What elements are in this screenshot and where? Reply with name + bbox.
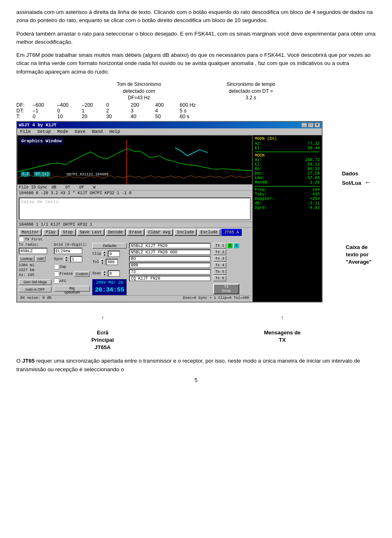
c-btn[interactable]: C	[234, 243, 239, 249]
page-number: 5	[16, 377, 376, 383]
zap-checkbox[interactable]	[54, 264, 59, 269]
main-btn-row: Monitor Play Stop Save Last Decode Erase…	[19, 229, 251, 242]
sync-input[interactable]	[70, 256, 82, 262]
exclude-btn[interactable]: Exclude	[198, 229, 220, 236]
clip-input[interactable]	[108, 251, 120, 257]
minimize-btn[interactable]: _	[301, 123, 307, 128]
monitor-btn[interactable]: Monitor	[19, 229, 42, 236]
dt-v2: 1	[82, 108, 106, 114]
dsec-input[interactable]	[108, 270, 120, 277]
msg-input-2[interactable]	[129, 249, 211, 255]
zap-label: Zap	[54, 264, 66, 269]
input-fields-row: To radio: Lookup Add 1384 mi 2227 km Az:…	[19, 243, 251, 295]
maximize-btn[interactable]: □	[308, 123, 314, 128]
decode-header: File ID Sync dB DT DF W	[17, 184, 252, 191]
gen-std-msgs-btn[interactable]: Gen Std Msgs	[19, 279, 51, 285]
menu-band[interactable]: Band	[91, 129, 104, 134]
moon-dx-label: MOON (DX)	[255, 137, 320, 141]
msg-input-4[interactable]	[129, 262, 211, 268]
t-v2: 20	[82, 114, 106, 119]
menu-save[interactable]: Save	[74, 129, 87, 134]
df-v6: 600 Hz	[180, 102, 208, 108]
lookup-btn[interactable]: Lookup	[19, 256, 34, 262]
dados-sol-lua: Dados Sol/Lua ←	[342, 170, 372, 188]
to-radio-input[interactable]	[19, 248, 47, 254]
t-v6: 60 s	[180, 114, 208, 119]
date-display: 2004 Mar 28	[95, 280, 124, 286]
dt-v0: –1	[33, 108, 57, 114]
custom-btn[interactable]: Custom	[74, 271, 90, 277]
dist-km: 2227 km	[19, 268, 51, 272]
clip-label: Clip	[92, 252, 101, 256]
t-v0: 0	[33, 114, 57, 119]
defaults-btn[interactable]: Defaults	[92, 243, 127, 249]
ecra-principal-label: ↑ Ecrã Principal JT65A	[91, 307, 114, 351]
status-noise: RX noise: 0 dB	[20, 296, 51, 300]
clip-down[interactable]: ▼	[102, 254, 107, 257]
decode-btn[interactable]: Decode	[105, 229, 126, 236]
dt-v6: 5 s	[180, 108, 208, 114]
df-v1: –400	[57, 102, 82, 108]
tol-input[interactable]	[106, 259, 118, 265]
include-btn[interactable]: Include	[174, 229, 197, 236]
dt-label: DT:	[16, 108, 33, 114]
tx3-btn[interactable]: Tx 3	[213, 256, 226, 262]
jt65-btn[interactable]: JT65 A	[221, 229, 242, 236]
big-spectrum-btn[interactable]: BigSpectrum	[54, 286, 90, 291]
clear-avg-btn[interactable]: Clear Avg	[145, 229, 173, 236]
play-btn[interactable]: Play	[42, 229, 59, 236]
text-box-label: Caixa de texto	[21, 200, 58, 204]
tx1-btn[interactable]: Tx 1	[213, 243, 226, 249]
mensagens-tx-label: ↑ Mensagens de TX	[264, 307, 301, 351]
tx-btn-group: Tx 1 S C Tx 2 Tx 3	[213, 243, 239, 294]
decode-col-db: dB	[51, 185, 64, 190]
tx2-btn[interactable]: Tx 2	[213, 249, 226, 255]
menu-setup[interactable]: Setup	[36, 129, 52, 134]
sync-down[interactable]: ▼	[64, 259, 69, 262]
paragraph-2: Poderá também arrastar o rato para selec…	[16, 30, 376, 47]
auto-label[interactable]: Auto is OFF	[19, 287, 51, 292]
df-v2: –200	[82, 102, 106, 108]
dsec-down[interactable]: ▼	[102, 273, 107, 276]
tx4-btn[interactable]: Tx 4	[213, 262, 226, 268]
tx-first-checkbox[interactable]	[19, 237, 24, 242]
bottom-text: O JT65 requer uma sincronização apertada…	[16, 357, 376, 374]
menu-file[interactable]: File	[19, 129, 32, 134]
grid-label: Grid (6-digit):	[54, 243, 90, 247]
afc-checkbox[interactable]	[54, 278, 59, 284]
decode-col-fileid: File ID	[19, 185, 36, 190]
msg-input-3[interactable]	[129, 256, 211, 262]
erase-btn[interactable]: Erase	[127, 229, 145, 236]
save-last-btn[interactable]: Save Last	[77, 229, 105, 236]
graphics-window[interactable]: Graphics Window	[17, 135, 252, 184]
text-box[interactable]: Caixa de texto	[19, 197, 251, 220]
menu-help[interactable]: Help	[108, 129, 121, 134]
msg-input-5[interactable]	[129, 269, 211, 275]
freeze-checkbox[interactable]	[54, 271, 59, 277]
dt-badge: 3.2	[21, 172, 30, 177]
wsjt-controls: Monitor Play Stop Save Last Decode Erase…	[17, 227, 252, 302]
menu-mode[interactable]: Mode	[56, 129, 69, 134]
dt-label-badge: DT (s)	[34, 172, 50, 177]
stop-btn[interactable]: Stop	[60, 229, 76, 236]
s-btn[interactable]: S	[227, 243, 233, 249]
t-v5: 50	[155, 114, 180, 119]
paragraph-3: Em JT6M pode trabalhar sinais muitos mai…	[16, 51, 376, 76]
tx5-btn[interactable]: Tx 5	[213, 269, 226, 275]
datetime-box: 2004 Mar 28 20:34:55	[92, 279, 127, 295]
msg-input-6[interactable]	[129, 276, 211, 281]
grid-input[interactable]	[54, 248, 82, 254]
moon-data-panel: MOON (DX) Az:77.32 El:38.44 MOON Az:100.…	[252, 135, 322, 302]
add-btn[interactable]: Add	[36, 256, 45, 262]
msg-input-1[interactable]	[129, 243, 211, 249]
dist-mi: 1384 mi	[19, 263, 51, 267]
t-v1: 10	[57, 114, 82, 119]
tx6-btn[interactable]: Tx 6	[213, 276, 226, 281]
close-btn[interactable]: ×	[314, 123, 320, 128]
moon-label: MOON	[255, 153, 320, 158]
tx-stop-btn[interactable]: TXStop	[213, 284, 239, 294]
caixa-average-label: Caixa de texto por "Average"	[346, 244, 372, 266]
tol-down[interactable]: ▼	[100, 262, 105, 265]
wsjt-window: WSJT 4 by K1JT _ □ × File Setup Mode Sav…	[16, 121, 323, 303]
decode-row: 104600 6 -20 3.2 43 2 * K1JT OH7PI KP32 …	[17, 191, 252, 196]
